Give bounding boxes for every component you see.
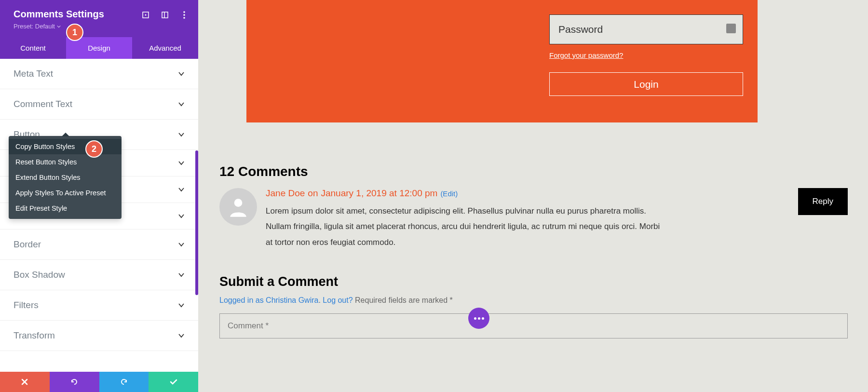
- undo-icon: [70, 378, 79, 386]
- chevron-down-icon: [178, 131, 185, 138]
- chevron-down-icon: [178, 101, 185, 108]
- svg-point-1: [145, 14, 147, 16]
- dot-icon: [482, 317, 484, 320]
- svg-rect-2: [162, 12, 168, 18]
- panel-icon[interactable]: [161, 11, 169, 19]
- close-button[interactable]: [0, 372, 50, 392]
- password-field[interactable]: Password: [549, 14, 743, 44]
- user-icon: [226, 195, 250, 219]
- callout-badge-1: 1: [66, 24, 83, 41]
- section-border[interactable]: Border: [0, 230, 198, 260]
- comment-textarea[interactable]: [219, 313, 848, 338]
- chevron-down-icon: [178, 70, 185, 77]
- callout-badge-2: 2: [85, 140, 103, 158]
- login-form: Password Forgot your password? Login: [541, 0, 743, 109]
- banner-heading: Member to Join the Discussion!: [261, 0, 541, 109]
- section-box-shadow[interactable]: Box Shadow: [0, 260, 198, 290]
- preset-label: Preset: Default: [14, 23, 55, 30]
- login-button[interactable]: Login: [549, 72, 743, 96]
- logout-link[interactable]: Log out?: [323, 296, 353, 304]
- forgot-password-link[interactable]: Forgot your password?: [549, 51, 623, 59]
- chevron-down-icon: [57, 25, 61, 28]
- comment-text: Lorem ipsum dolor sit amet, consectetur …: [266, 203, 666, 250]
- login-banner: Member to Join the Discussion! Password …: [246, 0, 758, 122]
- comment-date: January 1, 2019 at 12:00 pm: [321, 188, 437, 199]
- svg-point-7: [234, 199, 243, 207]
- ctx-apply-preset[interactable]: Apply Styles To Active Preset: [9, 185, 122, 201]
- check-icon: [169, 378, 178, 386]
- tab-advanced[interactable]: Advanced: [132, 37, 198, 59]
- redo-icon: [120, 378, 128, 386]
- submit-title: Submit a Comment: [219, 274, 848, 289]
- section-transform[interactable]: Transform: [0, 321, 198, 351]
- header-icons: [141, 11, 189, 19]
- chevron-down-icon: [178, 241, 185, 248]
- password-placeholder: Password: [558, 24, 603, 35]
- save-button[interactable]: [149, 372, 198, 392]
- preview-canvas: Member to Join the Discussion! Password …: [198, 0, 868, 392]
- ctx-edit-preset[interactable]: Edit Preset Style: [9, 201, 122, 216]
- avatar: [219, 188, 257, 226]
- svg-point-5: [183, 14, 185, 16]
- chevron-down-icon: [178, 332, 185, 339]
- settings-sidebar: Comments Settings Preset: Default 1 Cont…: [0, 0, 198, 392]
- chevron-down-icon: [178, 186, 185, 193]
- section-meta-text[interactable]: Meta Text: [0, 59, 198, 89]
- chevron-down-icon: [178, 302, 185, 309]
- ctx-extend-styles[interactable]: Extend Button Styles: [9, 170, 122, 185]
- chevron-down-icon: [178, 271, 185, 278]
- menu-arrow: [62, 133, 69, 136]
- sidebar-header: Comments Settings Preset: Default 1: [0, 0, 198, 37]
- section-comment-text[interactable]: Comment Text: [0, 89, 198, 120]
- undo-button[interactable]: [50, 372, 99, 392]
- required-note: Required fields are marked *: [353, 296, 453, 304]
- comment-meta: Jane Doe on January 1, 2019 at 12:00 pm …: [266, 188, 789, 199]
- settings-tabs: Content Design Advanced: [0, 37, 198, 59]
- comment-author[interactable]: Jane Doe: [266, 188, 305, 199]
- submit-comment-section: Submit a Comment Logged in as Christina …: [219, 274, 848, 338]
- close-icon: [21, 378, 28, 386]
- chevron-down-icon: [178, 160, 185, 166]
- logged-in-link[interactable]: Logged in as Christina Gwira: [219, 296, 318, 304]
- dot-icon: [478, 317, 480, 320]
- ctx-copy-styles[interactable]: Copy Button Styles: [9, 139, 122, 154]
- button-context-menu: Copy Button Styles Reset Button Styles E…: [9, 136, 122, 219]
- more-icon[interactable]: [180, 11, 189, 19]
- password-manager-icon[interactable]: [726, 24, 736, 33]
- redo-button[interactable]: [99, 372, 149, 392]
- comment-edit-link[interactable]: (Edit): [440, 189, 458, 198]
- comments-section: 12 Comments Jane Doe on January 1, 2019 …: [219, 164, 848, 338]
- fab-more-button[interactable]: [468, 308, 489, 329]
- sidebar-footer: [0, 372, 198, 392]
- preset-selector[interactable]: Preset: Default: [14, 23, 61, 30]
- ctx-reset-styles[interactable]: Reset Button Styles: [9, 154, 122, 170]
- comment-body: Jane Doe on January 1, 2019 at 12:00 pm …: [266, 188, 789, 250]
- comment-date-on: on: [308, 188, 318, 199]
- comment-item: Jane Doe on January 1, 2019 at 12:00 pm …: [219, 188, 848, 250]
- svg-point-4: [183, 11, 185, 13]
- reply-button[interactable]: Reply: [798, 188, 848, 215]
- dot-icon: [474, 317, 476, 320]
- comments-count: 12 Comments: [219, 164, 848, 179]
- chevron-down-icon: [178, 213, 185, 219]
- section-filters[interactable]: Filters: [0, 290, 198, 321]
- expand-icon[interactable]: [141, 11, 150, 19]
- tab-content[interactable]: Content: [0, 37, 66, 59]
- submit-meta: Logged in as Christina Gwira. Log out? R…: [219, 296, 848, 305]
- svg-point-6: [183, 17, 185, 19]
